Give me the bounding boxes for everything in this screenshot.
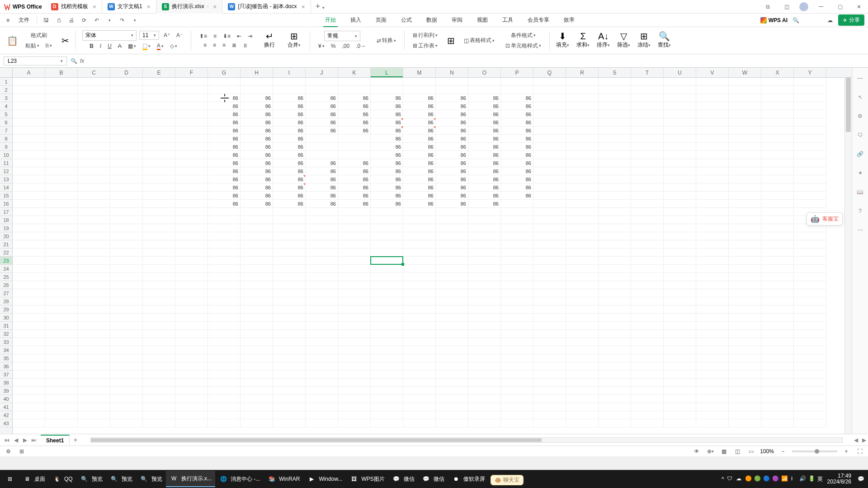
cell[interactable] [13, 102, 45, 110]
cell[interactable] [468, 403, 501, 411]
cell[interactable] [143, 281, 175, 289]
cell[interactable] [78, 265, 110, 273]
cell[interactable] [306, 379, 338, 387]
cell[interactable] [729, 371, 761, 379]
cell[interactable]: 86 [403, 159, 436, 167]
cell[interactable] [110, 265, 143, 273]
cell[interactable] [143, 175, 175, 183]
cell[interactable] [110, 322, 143, 330]
row-header[interactable]: 20 [0, 232, 12, 240]
cell[interactable] [631, 167, 664, 175]
cell[interactable]: 86 [208, 151, 241, 159]
align-middle-icon[interactable]: ≡ [212, 32, 218, 40]
cell[interactable]: 86 [208, 159, 241, 167]
cell[interactable] [143, 330, 175, 338]
cell[interactable] [273, 224, 306, 232]
cell[interactable] [501, 346, 533, 354]
cell[interactable] [45, 143, 78, 151]
cell[interactable] [371, 362, 403, 371]
cell[interactable] [78, 249, 110, 257]
cell[interactable] [631, 110, 664, 118]
cell[interactable] [45, 86, 78, 94]
cell[interactable] [729, 192, 761, 200]
fx-icon[interactable]: fx [80, 58, 84, 64]
cell[interactable] [664, 354, 696, 362]
cell[interactable] [794, 78, 826, 86]
row-header[interactable]: 8 [0, 135, 12, 143]
cell[interactable] [110, 200, 143, 208]
row-header[interactable]: 27 [0, 289, 12, 297]
cell[interactable] [468, 411, 501, 419]
cell[interactable] [13, 192, 45, 200]
align-center-icon[interactable]: ≡ [211, 41, 218, 49]
cell[interactable] [338, 395, 371, 403]
cell[interactable] [306, 395, 338, 403]
tab-save-icon[interactable]: ▫ [207, 4, 209, 9]
cell[interactable] [306, 208, 338, 216]
cell[interactable]: 86 [468, 151, 501, 159]
cell[interactable] [273, 289, 306, 297]
cell[interactable] [729, 102, 761, 110]
cell[interactable] [631, 411, 664, 419]
sheet-tab[interactable]: Sheet1 [41, 435, 70, 446]
row-header[interactable]: 22 [0, 249, 12, 257]
cell[interactable] [436, 273, 468, 281]
cell[interactable] [175, 346, 208, 354]
cell[interactable] [306, 305, 338, 314]
cell[interactable] [566, 224, 599, 232]
cell[interactable] [143, 159, 175, 167]
cell[interactable] [143, 411, 175, 419]
cell[interactable] [631, 200, 664, 208]
cell[interactable] [403, 257, 436, 265]
cell[interactable] [468, 249, 501, 257]
cell[interactable] [729, 127, 761, 135]
cell[interactable] [664, 167, 696, 175]
cell[interactable]: 86 [501, 167, 533, 175]
cell[interactable] [175, 289, 208, 297]
cell[interactable] [45, 257, 78, 265]
cell[interactable] [533, 387, 566, 395]
cell[interactable] [306, 240, 338, 249]
cell[interactable] [664, 110, 696, 118]
cell[interactable] [501, 265, 533, 273]
cell[interactable] [696, 305, 729, 314]
cell[interactable] [794, 175, 826, 183]
align-bottom-icon[interactable]: ⬇≡ [221, 32, 232, 40]
row-header[interactable]: 11 [0, 159, 12, 167]
cell[interactable] [631, 403, 664, 411]
cell[interactable] [13, 330, 45, 338]
cell[interactable] [338, 338, 371, 346]
cell[interactable] [501, 78, 533, 86]
table-style-button[interactable]: ◫ 表格样式▾ [462, 36, 496, 45]
cell[interactable] [501, 273, 533, 281]
cell[interactable] [306, 419, 338, 427]
cell[interactable] [566, 118, 599, 127]
ribbon-tab[interactable]: 工具 [500, 14, 515, 27]
cell[interactable] [436, 289, 468, 297]
cell[interactable] [468, 314, 501, 322]
cell[interactable] [761, 403, 794, 411]
undo-icon[interactable]: ↶ [92, 16, 101, 25]
row-header[interactable]: 1 [0, 78, 12, 86]
cell[interactable] [45, 183, 78, 192]
cell[interactable] [338, 265, 371, 273]
cell[interactable] [501, 338, 533, 346]
cell[interactable]: 86 [338, 127, 371, 135]
status-settings-icon[interactable]: ⚙ [4, 447, 13, 456]
cell[interactable] [13, 395, 45, 403]
cell[interactable] [338, 371, 371, 379]
cell[interactable] [273, 395, 306, 403]
cell[interactable] [175, 216, 208, 224]
cell[interactable] [273, 281, 306, 289]
cell[interactable] [110, 118, 143, 127]
cell[interactable] [143, 224, 175, 232]
cell[interactable] [175, 265, 208, 273]
column-header[interactable]: Y [794, 68, 826, 77]
cell[interactable] [566, 151, 599, 159]
cell[interactable] [566, 387, 599, 395]
cell[interactable] [631, 86, 664, 94]
cell[interactable] [403, 86, 436, 94]
cell[interactable]: 86 [403, 143, 436, 151]
cell[interactable] [566, 289, 599, 297]
cell[interactable] [306, 289, 338, 297]
